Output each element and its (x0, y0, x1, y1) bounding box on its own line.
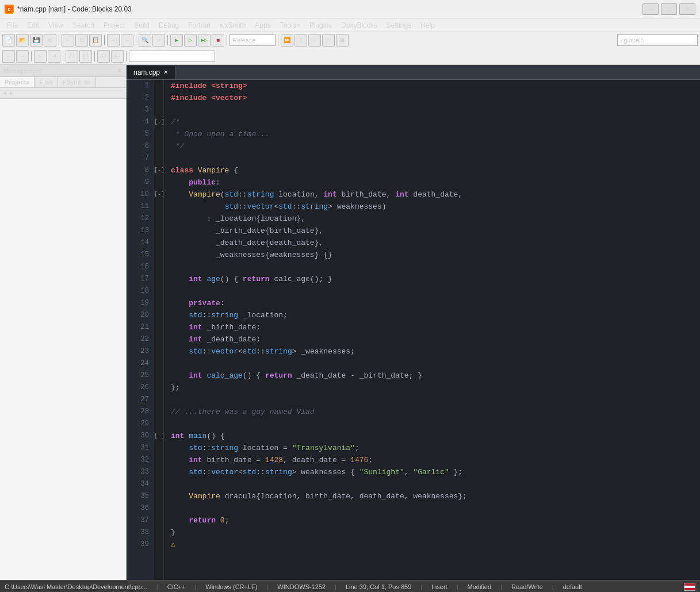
code-line: int birth_date = 1428, death_date = 1476… (171, 454, 700, 466)
toggle-comment-button[interactable]: // (66, 50, 78, 63)
fold-marker[interactable]: [-] (154, 164, 163, 176)
line-number: 20 (131, 309, 149, 321)
menu-search[interactable]: Search (68, 20, 99, 30)
code-token: , (404, 466, 414, 478)
line-number: 14 (131, 237, 149, 249)
cut-button[interactable]: ✂ (62, 34, 74, 47)
find-button[interactable]: 🔍 (139, 34, 151, 47)
menu-edit[interactable]: Edit (22, 20, 44, 30)
code-token: location = (238, 442, 292, 454)
status-indent: default (563, 583, 582, 590)
configuration-dropdown[interactable]: Release (229, 34, 276, 46)
code-token (171, 370, 189, 382)
zoom-out-button[interactable]: A- (111, 50, 124, 63)
code-token: int (189, 370, 202, 382)
scope-dropdown[interactable]: <global> (617, 34, 698, 46)
code-token: ; (355, 442, 359, 454)
match-brace-button[interactable]: {} (79, 50, 92, 63)
code-token: : (220, 297, 225, 309)
sidebar-nav-prev[interactable]: ◀ (1, 89, 8, 97)
menu-view[interactable]: View (44, 20, 68, 30)
fold-marker[interactable]: [-] (154, 116, 163, 128)
menu-file[interactable]: File (2, 20, 22, 30)
code-line (171, 478, 700, 490)
code-line: Vampire(std::string location, int birth_… (171, 189, 700, 201)
menu-plugins[interactable]: Plugins (305, 20, 336, 30)
menu-build[interactable]: Build (129, 20, 154, 30)
replace-button[interactable]: ⇄ (152, 34, 165, 47)
search-input[interactable] (129, 51, 215, 62)
code-token: :: (256, 466, 265, 478)
maximize-button[interactable]: □ (661, 3, 677, 15)
step-out-button[interactable]: ↑ (322, 34, 335, 47)
sidebar-tab-fsymbols[interactable]: FSymbols (58, 77, 96, 87)
redo-button[interactable]: ↪ (121, 34, 133, 47)
fold-marker[interactable]: [-] (154, 430, 163, 442)
stop-debug-button[interactable]: ⏹ (336, 34, 349, 47)
window-title: *nam.cpp [nam] - Code::Blocks 20.03 (17, 5, 132, 13)
code-token (171, 297, 189, 309)
fold-marker[interactable]: [-] (154, 189, 163, 201)
run-button[interactable]: ▷ (184, 34, 197, 47)
menu-wxsmith[interactable]: wxSmith (215, 20, 250, 30)
menu-settings[interactable]: Settings (382, 20, 416, 30)
save-all-button[interactable]: ⊞ (44, 34, 56, 47)
code-line: : _location{location}, (171, 213, 700, 225)
stop-button[interactable]: ■ (212, 34, 224, 47)
code-line (171, 502, 700, 514)
build-run-button[interactable]: ▶▷ (198, 34, 211, 47)
open-button[interactable]: 📂 (16, 34, 29, 47)
close-button[interactable]: ✕ (679, 3, 695, 15)
zoom-in-button[interactable]: A+ (97, 50, 110, 63)
line-number: 15 (131, 249, 149, 261)
line-number: 27 (131, 394, 149, 406)
debug-button[interactable]: ⏩ (281, 34, 293, 47)
code-editor[interactable]: 1234567891011121314151617181920212223242… (127, 80, 700, 580)
sidebar-tab-projects[interactable]: Projects (0, 77, 35, 87)
menu-apps[interactable]: Apps (250, 20, 275, 30)
menu-debug[interactable]: Debug (154, 20, 183, 30)
save-button[interactable]: 💾 (30, 34, 43, 47)
code-token: string (247, 189, 274, 201)
code-token: :: (292, 201, 301, 213)
code-token: dracula{location, birth_date, death_date… (220, 490, 467, 502)
sidebar-tab-files[interactable]: Files (35, 77, 58, 87)
paste-button[interactable]: 📋 (89, 34, 102, 47)
code-line: std::string location = "Transylvania"; (171, 442, 700, 454)
line-number: 26 (131, 382, 149, 394)
editor-tab-nam-cpp[interactable]: nam.cpp ✕ (127, 66, 175, 79)
undo-button[interactable]: ↩ (107, 34, 120, 47)
code-token: location, (274, 189, 323, 201)
menu-tools-plus[interactable]: Tools+ (276, 20, 305, 30)
line-number: 36 (131, 502, 149, 514)
menu-doxyblocks[interactable]: DoxyBlocks (336, 20, 382, 30)
step-over-button[interactable]: ⤵ (294, 34, 307, 47)
line-number: 10 (131, 189, 149, 201)
copy-button[interactable]: ⧉ (75, 34, 88, 47)
build-button[interactable]: ▶ (170, 34, 183, 47)
back-button[interactable]: ← (2, 50, 15, 63)
step-into-button[interactable]: ↓ (308, 34, 321, 47)
menu-help[interactable]: Help (416, 20, 439, 30)
bookmark-prev-button[interactable]: ⊳ (34, 50, 47, 63)
fold-marker (154, 502, 163, 514)
code-line (171, 152, 700, 164)
sep-7 (31, 51, 32, 61)
line-number: 13 (131, 225, 149, 237)
line-number: 6 (131, 140, 149, 152)
code-token: < (238, 466, 243, 478)
menu-project[interactable]: Project (99, 20, 129, 30)
tab-close-button[interactable]: ✕ (163, 69, 168, 75)
forward-button[interactable]: → (16, 50, 29, 63)
menu-fortran[interactable]: Fortran (183, 20, 215, 30)
sep-1 (59, 35, 59, 45)
new-button[interactable]: 📄 (2, 34, 15, 47)
sidebar-nav-next[interactable]: ▶ (8, 89, 15, 97)
title-bar: C *nam.cpp [nam] - Code::Blocks 20.03 ─ … (0, 0, 700, 18)
code-content[interactable]: #include <string>#include <vector>/* * O… (164, 80, 700, 580)
line-number: 4 (131, 116, 149, 128)
status-position: Line 39, Col 1, Pos 859 (346, 583, 411, 590)
minimize-button[interactable]: ─ (642, 3, 659, 15)
sidebar-close-button[interactable]: ✕ (117, 67, 123, 75)
bookmark-next-button[interactable]: ⊲ (48, 50, 60, 63)
